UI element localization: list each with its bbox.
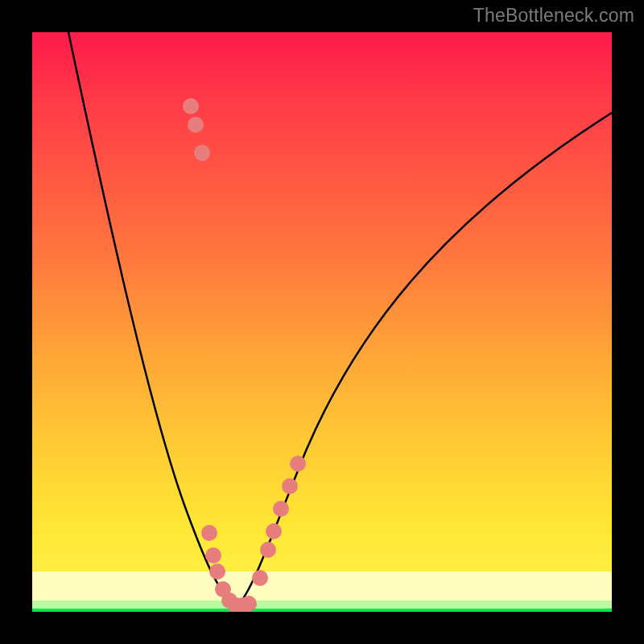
marker-dot [205, 547, 221, 564]
marker-dot [273, 501, 289, 517]
plot-area [32, 32, 612, 612]
curve-right [236, 113, 612, 607]
watermark: TheBottleneck.com [473, 5, 634, 27]
marker-dot [260, 542, 276, 558]
marker-dot [183, 98, 199, 114]
chart-frame: TheBottleneck.com [0, 0, 644, 644]
curve-left [68, 32, 236, 607]
marker-dot [188, 117, 204, 133]
marker-dot [290, 456, 306, 472]
marker-dot [209, 564, 225, 580]
marker-dot [241, 596, 257, 612]
chart-svg [32, 32, 612, 612]
marker-dot [201, 525, 217, 541]
marker-dot [252, 570, 268, 586]
marker-dot [282, 478, 298, 494]
marker-dot [266, 523, 282, 539]
marker-dot [194, 145, 210, 161]
marker-group [183, 98, 306, 612]
